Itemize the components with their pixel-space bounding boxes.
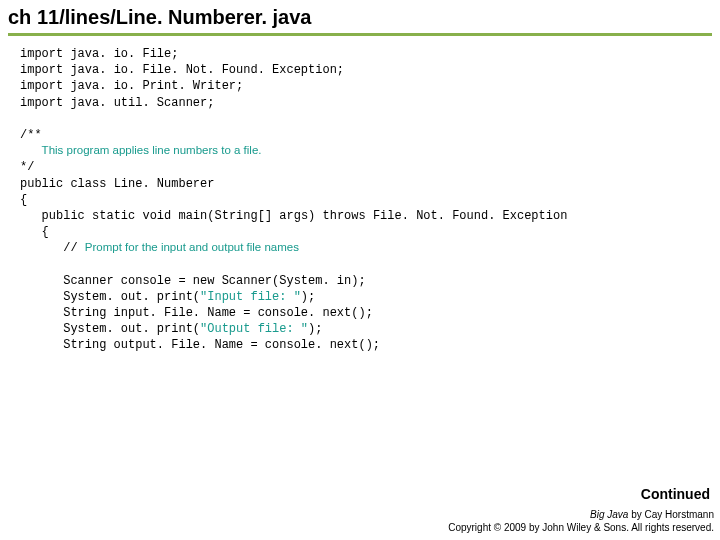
brace-open-inner: { (42, 225, 49, 239)
line-print2-b: ); (308, 322, 322, 336)
line-scanner-b: Scanner(System. in); (214, 274, 365, 288)
kw-new: new (193, 274, 215, 288)
string-input-file: "Input file: " (200, 290, 301, 304)
title-bar: ch 11/lines/Line. Numberer. java (0, 0, 720, 31)
kw-public: public (20, 177, 63, 191)
import-1: java. io. File; (63, 47, 178, 61)
prompt-comment: Prompt for the input and output file nam… (85, 241, 299, 253)
footer-copyright: Copyright © 2009 by John Wiley & Sons. A… (448, 522, 714, 535)
line-print1-b: ); (301, 290, 315, 304)
javadoc-open: /** (20, 128, 42, 142)
import-2: java. io. File. Not. Found. Exception; (63, 63, 344, 77)
main-sig-b: File. Not. Found. Exception (366, 209, 568, 223)
footer-book-title: Big Java (590, 509, 628, 520)
line-inputname: String input. File. Name = console. next… (20, 306, 373, 320)
kw-import: import (20, 47, 63, 61)
footer: Big Java by Cay Horstmann Copyright © 20… (448, 509, 714, 534)
kw-public: public (42, 209, 85, 223)
continued-label: Continued (641, 486, 710, 502)
kw-import: import (20, 96, 63, 110)
comment-slashes: // (63, 241, 85, 255)
main-sig-a: main(String[] args) (171, 209, 322, 223)
class-name: Line. Numberer (106, 177, 214, 191)
import-3: java. io. Print. Writer; (63, 79, 243, 93)
line-scanner-a: Scanner console = (20, 274, 193, 288)
string-output-file: "Output file: " (200, 322, 308, 336)
kw-throws: throws (323, 209, 366, 223)
line-print1-a: System. out. print( (20, 290, 200, 304)
import-4: java. util. Scanner; (63, 96, 214, 110)
kw-class: class (70, 177, 106, 191)
javadoc-close: */ (20, 160, 34, 174)
line-print2-a: System. out. print( (20, 322, 200, 336)
javadoc-body: This program applies line numbers to a f… (42, 144, 262, 156)
kw-void: void (142, 209, 171, 223)
footer-author: by Cay Horstmann (628, 509, 714, 520)
line-outputname: String output. File. Name = console. nex… (20, 338, 380, 352)
kw-import: import (20, 79, 63, 93)
page-title: ch 11/lines/Line. Numberer. java (8, 6, 311, 28)
footer-line1: Big Java by Cay Horstmann (448, 509, 714, 522)
kw-import: import (20, 63, 63, 77)
brace-open: { (20, 193, 27, 207)
kw-static: static (92, 209, 135, 223)
title-underline (8, 33, 712, 36)
code-block: import java. io. File; import java. io. … (0, 46, 720, 354)
